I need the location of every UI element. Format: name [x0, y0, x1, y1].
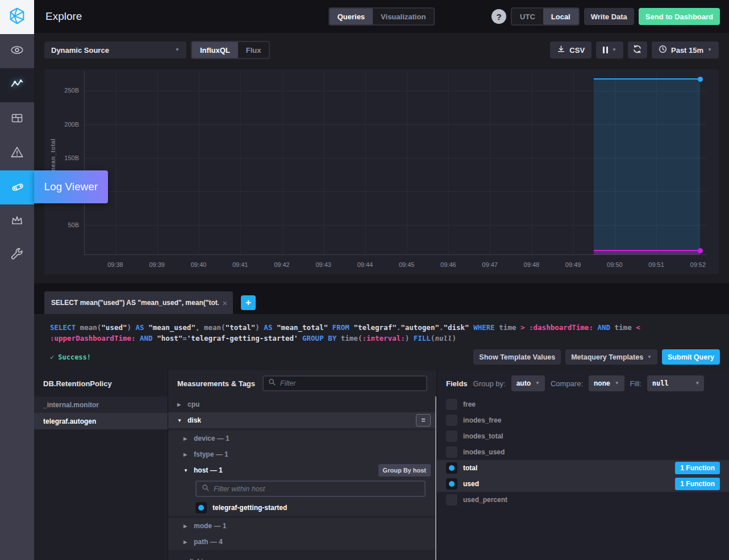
help-icon[interactable]: ?	[491, 9, 506, 24]
query-code-input[interactable]: SELECT mean("used") AS "mean_used", mean…	[50, 322, 720, 344]
db-item-internal-monitor[interactable]: _internal.monitor	[34, 396, 168, 413]
equals-badge[interactable]: =	[416, 414, 431, 427]
query-line: SELECT mean("used") AS "mean_used", mean…	[50, 322, 720, 333]
y-tick-label: 200B	[44, 121, 81, 128]
sidebar-item-dashboards[interactable]	[0, 102, 34, 136]
measurement-filter[interactable]	[263, 375, 427, 391]
field-item-used-percent[interactable]: used_percent	[437, 492, 729, 508]
tab-queries[interactable]: Queries	[330, 9, 373, 24]
close-icon[interactable]: ×	[222, 298, 227, 308]
tag-value-filter-box[interactable]	[195, 480, 426, 497]
clock-icon	[659, 45, 667, 55]
show-template-values-button[interactable]: Show Template Values	[473, 349, 561, 365]
tree-item-host-1[interactable]: ▼host — 1Group By host	[168, 462, 436, 478]
checkmark-icon: ✓	[50, 353, 54, 361]
x-tick-label: 09:44	[351, 261, 378, 268]
group-by-dropdown[interactable]: auto ▼	[511, 375, 545, 391]
fill-dropdown[interactable]: null ▼	[647, 375, 704, 391]
query-builder: DB.RetentionPolicy _internal.monitortele…	[34, 370, 729, 560]
submit-query-button[interactable]: Submit Query	[662, 349, 720, 365]
sidebar-item-data-explorer[interactable]	[0, 68, 34, 102]
check-dot	[449, 465, 455, 471]
scrollbar[interactable]	[435, 396, 436, 560]
chevron-down-icon: ▼	[647, 355, 652, 360]
page-title: Explore	[45, 10, 82, 23]
db-column-header: DB.RetentionPolicy	[43, 379, 112, 388]
checkbox-icon[interactable]	[446, 462, 457, 474]
x-tick-label: 09:51	[643, 261, 670, 268]
tag-value-filter-input[interactable]	[214, 485, 419, 493]
field-item-inodes-total[interactable]: inodes_total	[437, 428, 729, 444]
fields-column-header: Fields	[446, 379, 468, 388]
checkbox-icon[interactable]	[446, 415, 457, 426]
chevron-right-icon: ▶	[177, 402, 184, 407]
sidebar-item-log-viewer[interactable]	[0, 170, 34, 204]
field-item-total[interactable]: total1 Function	[437, 460, 729, 476]
tree-item-disk[interactable]: ▼disk=	[168, 412, 436, 428]
query-status-row: ✓ Success! Show Template Values Metaquer…	[50, 349, 720, 365]
checkbox-icon[interactable]	[446, 446, 457, 458]
view-toggle: Queries Visualization	[328, 7, 435, 26]
download-csv-button[interactable]: CSV	[550, 41, 591, 58]
tree-item-cpu[interactable]: ▶cpu	[168, 396, 436, 412]
x-tick-label: 09:43	[310, 261, 337, 268]
time-range-dropdown[interactable]: Past 15m ▼	[652, 41, 719, 58]
tag-value-filter	[168, 478, 436, 500]
explore-toolbar: Dynamic Source ▼ InfluxQL Flux CSV ▼ Pas…	[34, 33, 729, 59]
measurements-column: Measurements & Tags ▶cpu▼disk=▶device — …	[168, 370, 436, 560]
sidebar-item-host-list[interactable]	[0, 34, 34, 68]
alert-triangle-icon	[10, 145, 24, 162]
field-item-inodes-used[interactable]: inodes_used	[437, 444, 729, 460]
timezone-toggle: UTC Local	[511, 7, 580, 26]
add-query-button[interactable]: +	[241, 295, 256, 310]
function-badge[interactable]: 1 Function	[675, 478, 720, 490]
y-tick-label: 150B	[44, 154, 81, 161]
gridline	[199, 71, 199, 254]
measurements-column-header: Measurements & Tags	[177, 379, 255, 388]
db-item-telegraf-autogen[interactable]: telegraf.autogen	[34, 413, 168, 429]
toggle-influxql[interactable]: InfluxQL	[192, 42, 238, 58]
checkbox-icon[interactable]	[446, 399, 457, 410]
x-tick-label: 09:45	[393, 261, 420, 268]
field-item-free[interactable]: free	[437, 396, 729, 412]
pause-button[interactable]: ▼	[596, 41, 623, 58]
sidebar-item-admin[interactable]	[0, 204, 34, 239]
timezone-utc[interactable]: UTC	[512, 9, 543, 24]
timezone-local[interactable]: Local	[543, 9, 578, 24]
write-data-button[interactable]: Write Data	[584, 8, 634, 25]
refresh-button[interactable]	[628, 41, 647, 58]
checkbox-icon[interactable]	[446, 478, 457, 490]
tree-item-path-4[interactable]: ▶path — 4	[168, 534, 436, 550]
chronograf-logo[interactable]	[0, 0, 34, 34]
checkbox-icon[interactable]	[446, 431, 457, 442]
checkbox-icon[interactable]	[195, 502, 207, 513]
search-icon	[268, 378, 276, 388]
tag-value-telegraf-getting-started[interactable]: telegraf-getting-started	[168, 500, 436, 516]
group-by-host-button[interactable]: Group By host	[378, 464, 431, 477]
chevron-right-icon: ▶	[184, 452, 190, 457]
measurement-filter-input[interactable]	[280, 379, 422, 387]
source-dropdown[interactable]: Dynamic Source ▼	[44, 41, 186, 58]
tree-item-fstype-1[interactable]: ▶fstype — 1	[168, 446, 436, 462]
sidebar-item-alerting[interactable]	[0, 136, 34, 170]
send-to-dashboard-button[interactable]: Send to Dashboard	[639, 8, 720, 25]
toggle-flux[interactable]: Flux	[238, 42, 269, 58]
tree-item-device-1[interactable]: ▶device — 1	[168, 431, 436, 446]
tab-visualization[interactable]: Visualization	[373, 9, 434, 24]
gridline	[324, 71, 324, 254]
sidebar-item-configuration[interactable]	[0, 239, 34, 273]
graph-icon	[10, 77, 24, 94]
checkbox-icon[interactable]	[446, 494, 457, 505]
metaquery-templates-dropdown[interactable]: Metaquery Templates ▼	[565, 349, 657, 365]
function-badge[interactable]: 1 Function	[675, 462, 720, 474]
query-line: :upperDashboardTime: AND "host"='telegra…	[50, 333, 720, 344]
tree-item-mode-1[interactable]: ▶mode — 1	[168, 518, 436, 534]
status-success: ✓ Success!	[50, 353, 91, 361]
tree-item-diskio[interactable]: ▶diskio	[168, 554, 436, 560]
field-item-inodes-free[interactable]: inodes_free	[437, 412, 729, 428]
graph-canvas[interactable]	[84, 71, 706, 255]
query-tab[interactable]: SELECT mean("used") AS "mean_used", mean…	[44, 291, 233, 314]
compare-dropdown[interactable]: none ▼	[589, 375, 624, 391]
field-item-used[interactable]: used1 Function	[437, 476, 729, 492]
crown-icon	[10, 213, 24, 230]
